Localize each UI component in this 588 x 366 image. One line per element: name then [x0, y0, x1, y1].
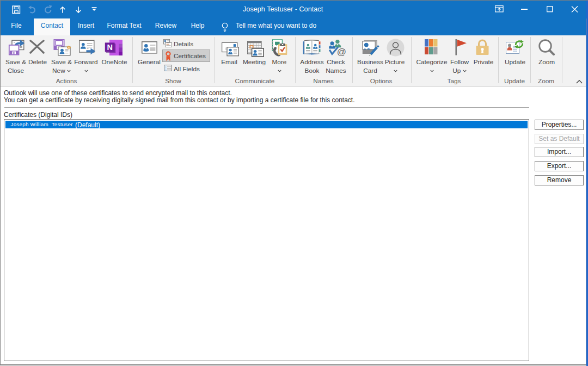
- svg-text:@: @: [337, 47, 346, 56]
- svg-text:N: N: [107, 43, 112, 52]
